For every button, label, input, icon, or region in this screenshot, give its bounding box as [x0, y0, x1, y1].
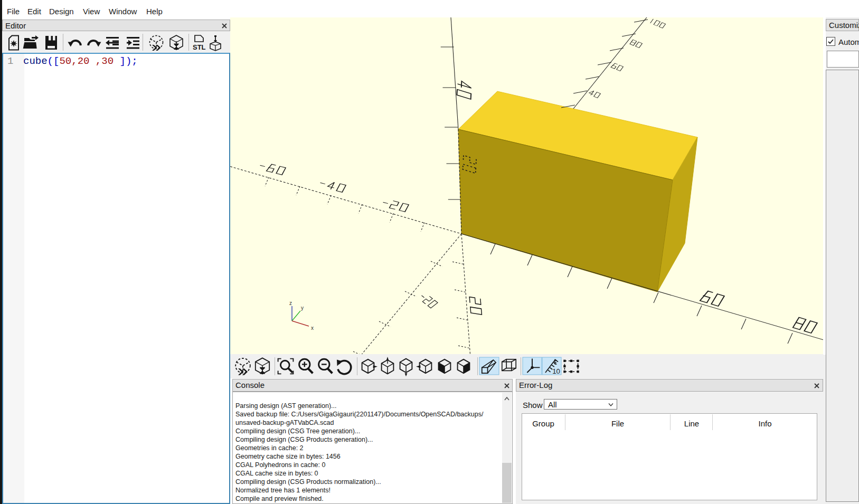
- svg-text:10: 10: [552, 367, 560, 375]
- svg-text:x: x: [311, 325, 314, 331]
- svg-text:STL: STL: [193, 43, 206, 51]
- svg-text:z: z: [289, 300, 292, 306]
- svg-text:y: y: [301, 305, 304, 311]
